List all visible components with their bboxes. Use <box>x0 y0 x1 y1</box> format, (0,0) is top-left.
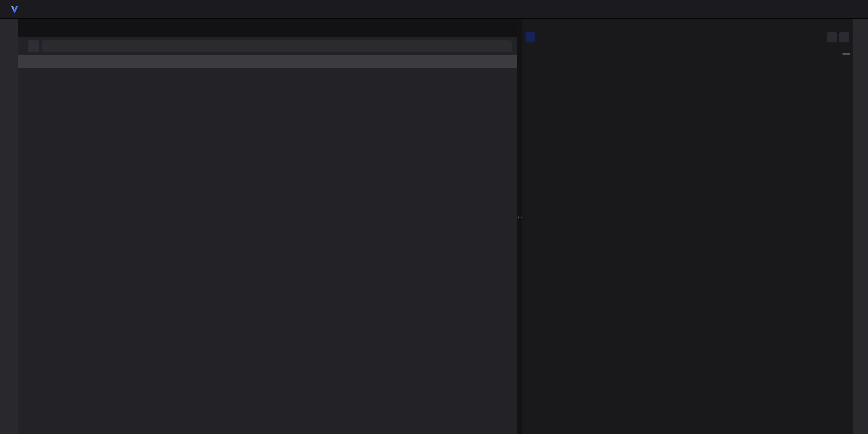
file-table-body <box>18 68 517 434</box>
fullscreen-button[interactable] <box>849 0 868 18</box>
editor-file-tab[interactable] <box>526 32 535 42</box>
editor-panel <box>522 19 853 434</box>
back-button[interactable] <box>28 40 39 52</box>
left-rail <box>0 19 18 434</box>
code-area[interactable] <box>524 55 851 434</box>
right-rail <box>853 19 868 434</box>
panel-splitter[interactable]: ⋮⋮ <box>517 19 522 434</box>
editor-header <box>526 32 849 43</box>
orion-logo-icon <box>10 5 19 14</box>
brand[interactable] <box>0 0 32 18</box>
file-toolbar <box>28 40 515 52</box>
close-editor-button[interactable] <box>839 32 849 42</box>
path-bar[interactable] <box>42 40 512 52</box>
path-input[interactable] <box>48 43 508 49</box>
save-button[interactable] <box>827 32 837 42</box>
top-nav <box>0 0 868 19</box>
file-manager-panel <box>18 37 517 434</box>
add-tab-button[interactable] <box>20 19 35 37</box>
session-tabbar <box>18 19 517 37</box>
file-table-header <box>18 55 517 68</box>
